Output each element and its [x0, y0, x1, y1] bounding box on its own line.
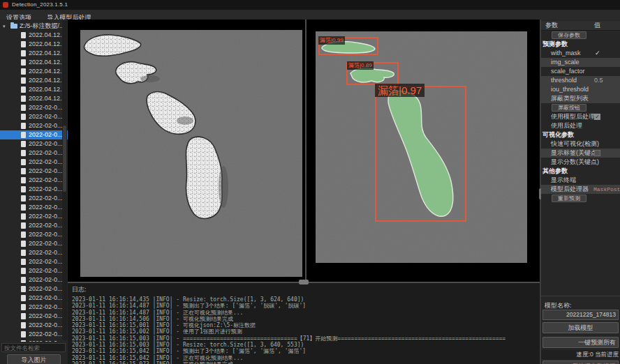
tree-item[interactable]: 2022-02-0... — [0, 248, 68, 257]
file-icon — [21, 132, 26, 138]
tree-item[interactable]: 2022-02-0... — [0, 339, 68, 342]
viewer-divider[interactable] — [305, 20, 307, 282]
tree-item-label: 2022-02-0... — [29, 204, 63, 211]
tree-item[interactable]: 2022-02-0... — [0, 194, 68, 203]
tree-item[interactable]: 2022.04.12... — [0, 58, 68, 67]
tree-item[interactable]: 2022-02-0... — [0, 330, 68, 339]
model-name-field[interactable]: 20221225_174813 — [542, 310, 619, 320]
tree-item[interactable]: 2022-02-0... — [0, 275, 68, 285]
log-splitter-handle[interactable] — [299, 280, 309, 285]
param-row-show-score[interactable]: 显示分数(关键点) — [541, 158, 620, 167]
tree-item[interactable]: 2022-02-0... — [0, 230, 68, 239]
tree-item[interactable]: 2022-02-0... — [0, 167, 68, 176]
file-icon — [21, 331, 26, 338]
log-line: 2023-01-11 16:16:15,073 |INFO| - 可视化预测结果… — [72, 361, 540, 364]
tree-item[interactable]: 2022-02-0... — [0, 266, 68, 275]
log-line: 2023-01-11 16:16:15,003 |INFO| - =======… — [72, 335, 540, 342]
tree-item[interactable]: 2022.04.12... — [0, 31, 68, 40]
tree-item-label: 2022.04.12... — [29, 68, 66, 75]
tree-item[interactable]: 2022-02-0... — [0, 239, 68, 248]
left-image[interactable] — [80, 30, 302, 277]
checkbox-unchecked-icon[interactable] — [594, 150, 600, 156]
file-sidebar: ▾Z:/5-标注数据/... 2022.04.12... 2022.04.12.… — [0, 20, 68, 364]
param-row-fast-vis[interactable]: 快速可视化(检测) — [541, 139, 620, 149]
tree-item[interactable]: 2022-02-0... — [0, 303, 68, 312]
tree-scrollbar-thumb[interactable] — [63, 126, 66, 192]
mask-button[interactable]: 屏蔽按钮 — [552, 104, 586, 112]
tree-item-label: 2022-02-0... — [29, 113, 63, 120]
tree-item[interactable]: 2022-02-0... — [0, 185, 68, 194]
file-icon — [21, 277, 26, 283]
log-console[interactable]: 日志: 2023-01-11 16:16:14,435 |INFO| - Res… — [68, 283, 540, 364]
param-row-mask-type-list[interactable]: 屏蔽类型列表 — [541, 94, 620, 103]
tree-item-label: 2022-02-0... — [29, 240, 63, 247]
tree-item[interactable]: 2022-02-0... — [0, 149, 68, 158]
tree-item[interactable]: 2022-02-0... — [0, 112, 68, 121]
file-icon — [21, 195, 26, 202]
checkmark-icon[interactable]: ✓ — [595, 49, 600, 58]
tree-item[interactable]: 2022-02-0... — [0, 203, 68, 212]
tree-item-label: 2022-02-0... — [29, 176, 63, 183]
model-post-processor-value[interactable]: MaskPostPro — [593, 185, 620, 194]
param-row-iou-threshold[interactable]: iou_threshold — [541, 85, 620, 94]
tree-item-label: 2022-02-0... — [29, 140, 63, 147]
file-icon — [21, 259, 26, 265]
tree-item[interactable]: 2022-02-0... — [0, 158, 68, 167]
param-row-use-model-post: 使用模型后处理 ✓ — [541, 112, 620, 121]
tree-item-label: 2022.04.12... — [29, 95, 66, 102]
tree-item[interactable]: 2022.04.12... — [0, 94, 68, 103]
tree-item[interactable]: 2022-02-0... — [0, 312, 68, 321]
param-row-use-post[interactable]: 使用后处理 — [541, 121, 620, 130]
file-icon — [21, 313, 26, 319]
file-icon — [21, 222, 26, 229]
post-settings-button[interactable]: 后处理参数设置 — [542, 361, 619, 364]
tree-item[interactable]: 2022-02-0... — [0, 212, 68, 221]
tree-item[interactable]: 2022.04.12... — [0, 76, 68, 85]
tree-item[interactable]: 2022.04.12... — [0, 85, 68, 94]
param-row-show-terminal[interactable]: 显示终端 — [541, 176, 620, 185]
param-row-scale-factor[interactable]: scale_factor — [541, 67, 620, 76]
tree-root[interactable]: ▾Z:/5-标注数据/... — [0, 22, 68, 31]
threshold-value[interactable]: 0.5 — [594, 76, 603, 85]
file-icon — [21, 68, 26, 75]
tree-item-label: 2022-02-0... — [29, 294, 63, 301]
expand-arrow-icon[interactable]: ▾ — [3, 22, 6, 31]
param-row-threshold[interactable]: threshold 0.5 — [541, 76, 620, 85]
tree-item[interactable]: 2022-02-0... — [0, 285, 68, 294]
tree-item[interactable]: 2022.04.12... — [0, 67, 68, 76]
tree-item[interactable]: 2022-02-0... — [0, 130, 68, 139]
tree-item[interactable]: 2022-02-0... — [0, 257, 68, 266]
file-tree[interactable]: ▾Z:/5-标注数据/... 2022.04.12... 2022.04.12.… — [0, 20, 68, 342]
search-input[interactable] — [1, 343, 66, 352]
file-icon — [21, 250, 26, 256]
tree-item[interactable]: 2022-02-0... — [0, 176, 68, 185]
tree-item-label: 2022-02-0... — [29, 249, 63, 256]
import-images-button[interactable]: 导入图片 — [7, 354, 61, 364]
param-row-show-label[interactable]: 显示标签(关键点) — [541, 149, 620, 158]
file-icon — [21, 168, 26, 174]
tree-scrollbar[interactable] — [62, 21, 67, 340]
param-row-img-scale[interactable]: img_scale — [541, 58, 620, 67]
tree-item[interactable]: 2022-02-0... — [0, 294, 68, 303]
log-line: 2023-01-11 16:16:14,487 |INFO| - 预测出了3个结… — [72, 303, 540, 309]
repredict-button[interactable]: 重新预测 — [552, 195, 586, 202]
load-model-button[interactable]: 加载模型 — [542, 322, 619, 333]
save-params-button[interactable]: 保存参数 — [552, 31, 586, 39]
tree-item[interactable]: 2022-02-0... — [0, 139, 68, 149]
param-table-header: 参数 值 — [541, 21, 620, 31]
tree-item[interactable]: 2022-02-0... — [0, 321, 68, 330]
tree-item[interactable]: 2022.04.12... — [0, 40, 68, 49]
tree-root-label: Z:/5-标注数据/... — [20, 22, 65, 29]
file-icon — [21, 123, 26, 129]
param-row-model-post-processor[interactable]: 模型后处理器 MaskPostPro — [541, 185, 620, 194]
tree-item[interactable]: 2022-02-0... — [0, 103, 68, 112]
tree-item[interactable]: 2022-02-0... — [0, 221, 68, 230]
tree-item[interactable]: 2022.04.12... — [0, 49, 68, 58]
tree-item[interactable]: 2022-02-0... — [0, 121, 68, 130]
file-icon — [21, 159, 26, 165]
predict-all-button[interactable]: 一键预测所有 — [542, 337, 619, 348]
checkbox-checked-icon[interactable]: ✓ — [594, 114, 600, 120]
tree-item-label: 2022-02-0... — [29, 158, 63, 165]
log-line: 2023-01-11 16:16:15,002 |INFO| - 使用了1张图片… — [72, 328, 540, 335]
section-predict-params: 预测参数 — [541, 40, 620, 49]
